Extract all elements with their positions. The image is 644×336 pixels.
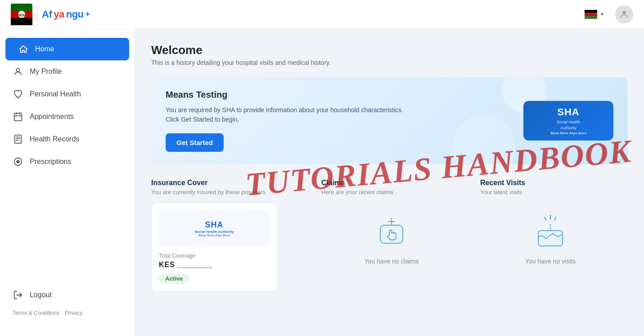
svg-line-15: [545, 217, 546, 220]
sha-logo-box: SHA Social Health Authority Bima Bora Af…: [523, 101, 613, 141]
means-testing-description: You are required by SHA to provide infor…: [166, 105, 513, 124]
svg-point-6: [16, 68, 19, 72]
home-icon: [18, 44, 29, 54]
svg-rect-16: [538, 231, 563, 246]
kenya-flag-icon: [585, 10, 597, 19]
main-content: Welcome This is a history detailing your…: [135, 29, 644, 336]
app-header: MOH Afyangu + ▼: [0, 0, 644, 29]
sidebar-item-prescriptions-label: Prescriptions: [30, 158, 71, 166]
header-right: ▼: [581, 5, 633, 23]
logout-button[interactable]: Logout: [0, 284, 135, 306]
status-badge: Active: [159, 273, 189, 284]
claims-section: Claims Here are your recent claims You h…: [310, 179, 469, 291]
claims-empty-state: You have no claims: [321, 203, 462, 265]
claims-desc: Here are your recent claims: [321, 189, 462, 195]
svg-rect-2: [11, 18, 32, 25]
sha-card-logo: SHA Social Health Authority Bima Bora Af…: [159, 210, 270, 246]
claims-empty-icon: [371, 212, 412, 252]
insurance-cover-desc: You are currently insured by these provi…: [151, 189, 303, 195]
heart-icon: [13, 89, 23, 99]
means-testing-card: Means Testing You are required by SHA to…: [151, 77, 628, 164]
sidebar-item-prescriptions[interactable]: Prescriptions: [0, 150, 135, 173]
page-subtitle: This is a history detailing your hospita…: [151, 59, 628, 66]
sidebar-item-health-records-label: Health Records: [30, 135, 79, 143]
main-layout: Home My Profile Personal Health: [0, 29, 644, 336]
insurance-card: SHA Social Health Authority Bima Bora Af…: [151, 203, 277, 291]
visits-empty-state: You have no visits: [480, 203, 621, 265]
header-logo: MOH Afyangu +: [11, 4, 90, 25]
means-testing-title: Means Testing: [166, 90, 513, 100]
svg-point-5: [622, 11, 626, 14]
svg-text:MOH: MOH: [18, 13, 26, 17]
means-testing-content: Means Testing You are required by SHA to…: [166, 90, 513, 152]
sidebar-item-appointments[interactable]: Appointments: [0, 105, 135, 128]
document-icon: [13, 134, 23, 144]
terms-link[interactable]: Terms & Conditions: [13, 310, 59, 316]
insurance-cover-title: Insurance Cover: [151, 179, 303, 187]
visits-empty-icon: [530, 212, 571, 252]
coverage-label: Total Coverage: [159, 253, 270, 259]
sidebar-item-appointments-label: Appointments: [30, 113, 74, 121]
calendar-icon: [13, 112, 23, 122]
user-avatar[interactable]: [615, 5, 633, 23]
recent-visits-desc: Your latest visits: [480, 189, 621, 195]
dashboard-sections: Insurance Cover You are currently insure…: [151, 179, 628, 291]
svg-rect-7: [14, 114, 22, 121]
visits-empty-text: You have no visits: [525, 258, 576, 265]
logo-divider: [37, 6, 37, 23]
claims-title: Claims: [321, 179, 462, 187]
insurance-cover-section: Insurance Cover You are currently insure…: [151, 179, 310, 291]
sidebar-item-health-records[interactable]: Health Records: [0, 128, 135, 150]
coverage-amount: KES ________: [159, 261, 270, 269]
get-started-button[interactable]: Get Started: [166, 133, 224, 152]
page-title: Welcome: [151, 43, 628, 57]
svg-rect-12: [380, 225, 403, 243]
claims-empty-text: You have no claims: [365, 258, 419, 265]
gov-logo-icon: MOH: [11, 4, 32, 25]
user-icon: [13, 67, 23, 77]
sidebar-item-personal-health-label: Personal Health: [30, 90, 81, 98]
sidebar-item-home[interactable]: Home: [5, 38, 129, 60]
prescription-icon: [13, 157, 23, 167]
sidebar-item-my-profile[interactable]: My Profile: [0, 60, 135, 83]
svg-line-14: [554, 217, 556, 220]
footer-links: Terms & Conditions Privacy: [0, 306, 135, 320]
logout-icon: [13, 290, 23, 300]
language-selector[interactable]: ▼: [581, 8, 608, 21]
logout-label: Logout: [30, 291, 52, 299]
recent-visits-title: Recent Visits: [480, 179, 621, 187]
sidebar-item-personal-health[interactable]: Personal Health: [0, 83, 135, 105]
sidebar-item-home-label: Home: [35, 45, 54, 53]
recent-visits-section: Recent Visits Your latest visits: [469, 179, 628, 291]
afyangu-logo: Afyangu +: [42, 9, 90, 20]
sidebar-footer: Logout Terms & Conditions Privacy: [0, 284, 135, 327]
chevron-down-icon: ▼: [600, 12, 604, 17]
sidebar: Home My Profile Personal Health: [0, 29, 135, 336]
sidebar-item-my-profile-label: My Profile: [30, 68, 62, 76]
privacy-link[interactable]: Privacy: [65, 310, 82, 316]
